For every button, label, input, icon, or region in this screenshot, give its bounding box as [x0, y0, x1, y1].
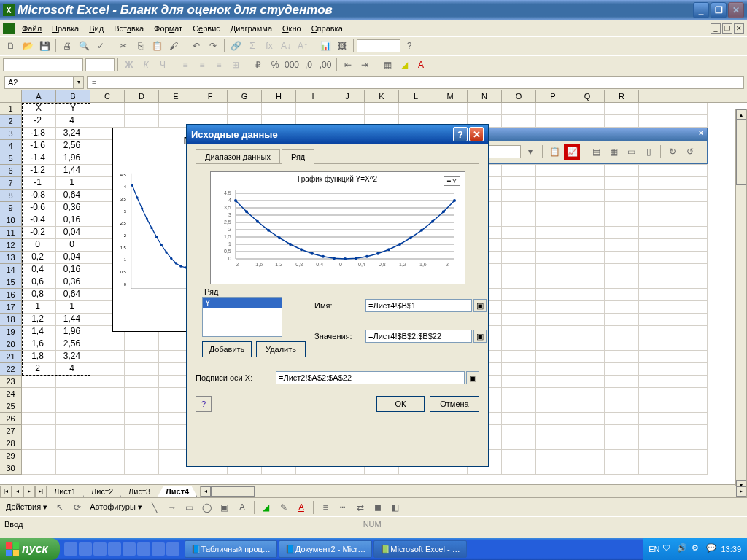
col-header[interactable]: J [330, 90, 365, 102]
cell[interactable] [90, 438, 125, 450]
cell[interactable] [22, 400, 56, 413]
cell[interactable] [536, 413, 570, 425]
prev-sheet-icon[interactable]: ◂ [12, 486, 23, 497]
series-name-input[interactable] [365, 299, 472, 312]
cell[interactable] [56, 400, 90, 413]
clock[interactable]: 13:39 [721, 545, 741, 553]
cell[interactable] [673, 276, 708, 289]
lang-indicator[interactable]: EN [649, 545, 659, 553]
line-style-icon[interactable]: ≡ [317, 499, 333, 516]
cell[interactable] [605, 388, 639, 400]
row-header[interactable]: 22 [0, 363, 22, 376]
tray-icon[interactable]: 🔊 [677, 543, 689, 555]
cell[interactable] [570, 190, 605, 202]
cell[interactable] [536, 301, 570, 314]
cell[interactable] [90, 103, 125, 115]
cell[interactable] [502, 413, 536, 425]
series-item[interactable]: Y [203, 298, 282, 308]
col-header[interactable]: D [125, 90, 159, 102]
dialog-help-button[interactable]: ? [453, 127, 468, 141]
cell[interactable] [639, 276, 673, 289]
cell[interactable]: 0,04 [56, 252, 90, 264]
cell[interactable] [570, 413, 605, 425]
cell[interactable] [673, 177, 708, 190]
cell[interactable] [605, 438, 639, 450]
spell-icon[interactable]: ✓ [93, 38, 109, 54]
cell[interactable] [673, 388, 708, 400]
cell[interactable] [605, 351, 639, 363]
col-header[interactable]: M [433, 90, 468, 102]
cell[interactable]: 4 [56, 115, 90, 128]
sort-asc-icon[interactable]: A↓ [278, 38, 294, 54]
chart-object-combo[interactable] [484, 145, 521, 158]
col-header[interactable]: N [468, 90, 502, 102]
cell[interactable] [502, 351, 536, 363]
cell[interactable]: 4 [56, 363, 90, 376]
cell[interactable] [56, 376, 90, 388]
cell[interactable]: 0,4 [22, 264, 56, 276]
cell[interactable] [502, 177, 536, 190]
fill-color-icon[interactable]: ◢ [396, 57, 412, 73]
cell[interactable] [536, 376, 570, 388]
cell[interactable] [90, 388, 125, 400]
cell[interactable] [536, 227, 570, 239]
cell[interactable] [605, 214, 639, 227]
col-header[interactable]: L [399, 90, 433, 102]
cell[interactable] [570, 363, 605, 376]
cell[interactable] [673, 214, 708, 227]
menu-insert[interactable]: Вставка [109, 23, 148, 34]
series-values-input[interactable] [365, 330, 472, 343]
cell[interactable] [502, 376, 536, 388]
3d-icon[interactable]: ◧ [387, 499, 403, 516]
row-header[interactable]: 5 [0, 152, 22, 165]
sheet-tab[interactable]: Лист3 [120, 486, 158, 497]
cell[interactable] [502, 438, 536, 450]
dialog-help-icon[interactable]: ? [196, 396, 212, 412]
cell[interactable] [536, 326, 570, 338]
vertical-scrollbar[interactable]: ▴ ▾ [735, 109, 747, 491]
cell[interactable] [22, 462, 56, 475]
cell[interactable] [639, 202, 673, 214]
cell[interactable] [536, 462, 570, 475]
zoom-combo[interactable] [357, 39, 400, 52]
cell[interactable]: 0,36 [56, 276, 90, 289]
row-header[interactable]: 3 [0, 128, 22, 140]
row-header[interactable]: 26 [0, 413, 22, 425]
cell[interactable] [673, 264, 708, 276]
cell[interactable] [673, 425, 708, 438]
cell[interactable] [536, 450, 570, 462]
col-header[interactable]: K [365, 90, 399, 102]
cell[interactable]: 3,24 [56, 351, 90, 363]
cell[interactable] [673, 413, 708, 425]
cell[interactable] [502, 388, 536, 400]
cell[interactable] [536, 388, 570, 400]
cell[interactable] [502, 165, 536, 177]
cell[interactable]: 0,6 [22, 276, 56, 289]
cell[interactable] [673, 376, 708, 388]
cancel-button[interactable]: Отмена [430, 396, 479, 412]
col-header[interactable]: C [90, 90, 125, 102]
cell[interactable] [365, 103, 399, 115]
print-icon[interactable]: 🖨 [59, 38, 75, 54]
cell[interactable] [673, 326, 708, 338]
cell[interactable] [125, 438, 159, 450]
row-header[interactable]: 7 [0, 177, 22, 190]
cell[interactable]: 1,8 [22, 351, 56, 363]
cell[interactable] [56, 438, 90, 450]
cell[interactable]: 0,8 [22, 289, 56, 301]
taskbar-item[interactable]: 📘 Табличный проц… [185, 540, 277, 558]
cell[interactable] [536, 202, 570, 214]
copy-icon[interactable]: ⎘ [132, 38, 148, 54]
cell[interactable] [125, 413, 159, 425]
cell[interactable] [639, 462, 673, 475]
cell[interactable] [605, 239, 639, 252]
cell[interactable] [673, 301, 708, 314]
cell[interactable]: -0,6 [22, 202, 56, 214]
preview-icon[interactable]: 🔍 [76, 38, 92, 54]
cell[interactable] [605, 190, 639, 202]
menu-chart[interactable]: Диаграмма [226, 23, 276, 34]
dialog-titlebar[interactable]: Исходные данные ? ✕ [187, 125, 488, 144]
fx-icon[interactable]: fx [261, 38, 277, 54]
cell[interactable]: 0,2 [22, 252, 56, 264]
cell[interactable] [90, 425, 125, 438]
